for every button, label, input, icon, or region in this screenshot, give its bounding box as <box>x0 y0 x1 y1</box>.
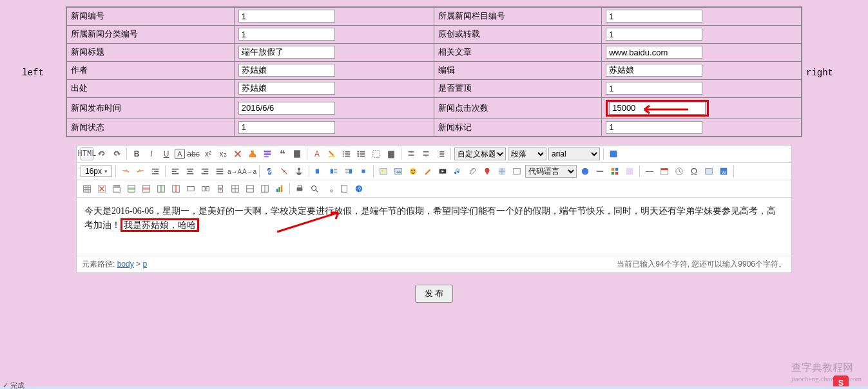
music-button[interactable] <box>451 165 464 178</box>
path-body-link[interactable]: body <box>117 260 134 269</box>
input-category-id[interactable] <box>238 28 335 41</box>
splittorows-button[interactable] <box>244 182 256 195</box>
input-source[interactable] <box>238 82 335 95</box>
imagecenter-button[interactable] <box>357 165 370 178</box>
input-column-id[interactable] <box>606 10 702 23</box>
backcolor-button[interactable] <box>325 147 338 160</box>
superscript-button[interactable]: x² <box>202 147 215 160</box>
justifycenter-button[interactable] <box>184 165 197 178</box>
inserttable-button[interactable] <box>81 182 93 195</box>
background-button[interactable] <box>623 165 636 178</box>
input-title[interactable] <box>238 46 335 59</box>
unlink-button[interactable] <box>278 165 291 178</box>
input-publish-time[interactable] <box>238 102 335 115</box>
date-button[interactable] <box>658 165 671 178</box>
path-p-link[interactable]: p <box>142 260 147 269</box>
formatmatch-button[interactable] <box>246 147 259 160</box>
simpleupload-button[interactable] <box>377 165 390 178</box>
preview-button[interactable] <box>308 182 321 195</box>
webapp-button[interactable] <box>579 165 592 178</box>
customstyle-select[interactable]: 自定义标题 <box>454 147 506 160</box>
html-source-button[interactable]: HTML <box>81 147 93 160</box>
input-related[interactable] <box>606 46 702 59</box>
searchreplace-button[interactable] <box>323 182 336 195</box>
insertcode-select[interactable]: 代码语言 <box>525 165 577 178</box>
splittocells-button[interactable] <box>229 182 242 195</box>
input-editor[interactable] <box>606 64 702 77</box>
editor-content[interactable]: 今天是2016-06-06，星期一，是美好的一天啊，学校决定要进行放假，是端午节… <box>77 198 791 256</box>
blockquote-button[interactable]: ❝ <box>276 147 289 160</box>
input-author[interactable] <box>238 64 335 77</box>
selectall-button[interactable] <box>370 147 383 160</box>
forecolor-button[interactable]: A <box>311 147 323 160</box>
emotion-button[interactable] <box>407 165 420 178</box>
deletecol-button[interactable] <box>169 182 182 195</box>
insertvideo-button[interactable] <box>436 165 449 178</box>
time-button[interactable] <box>673 165 686 178</box>
fontsize-select[interactable]: 16px <box>81 166 112 177</box>
template-button[interactable] <box>608 165 621 178</box>
input-flag[interactable] <box>606 121 702 134</box>
publish-button[interactable]: 发 布 <box>415 285 454 303</box>
underline-button[interactable]: U <box>160 147 173 160</box>
fontborder-button[interactable]: A <box>175 149 185 159</box>
directionalityrtl-button[interactable] <box>134 165 147 178</box>
removeformat-button[interactable] <box>231 147 244 160</box>
paragraph-select[interactable]: 段落 <box>508 147 546 160</box>
imageleft-button[interactable] <box>327 165 340 178</box>
rowspacingbottom-button[interactable] <box>420 147 432 160</box>
subscript-button[interactable]: x₂ <box>217 147 229 160</box>
italic-button[interactable]: I <box>145 147 158 160</box>
touppercase-button[interactable]: a→A <box>228 165 241 178</box>
map-button[interactable] <box>481 165 494 178</box>
print-button[interactable] <box>293 182 306 195</box>
justifyright-button[interactable] <box>198 165 211 178</box>
imageright-button[interactable] <box>342 165 355 178</box>
bold-button[interactable]: B <box>130 147 143 160</box>
scrawl-button[interactable] <box>421 165 434 178</box>
tolowercase-button[interactable]: A→a <box>243 165 256 178</box>
horizontal-button[interactable]: — <box>643 165 656 178</box>
charts-button[interactable] <box>273 182 286 195</box>
lineheight-button[interactable] <box>434 147 447 160</box>
insertrow-button[interactable] <box>125 182 138 195</box>
insertorderedlist-button[interactable] <box>340 147 353 160</box>
snapscreen-button[interactable] <box>702 165 715 178</box>
mergedown-button[interactable] <box>214 182 227 195</box>
imagenone-button[interactable] <box>313 165 325 178</box>
undo-button[interactable] <box>95 147 108 160</box>
cleardoc-button[interactable] <box>385 147 398 160</box>
redo-button[interactable] <box>110 147 123 160</box>
input-sticky[interactable] <box>606 82 702 95</box>
splittocols-button[interactable] <box>258 182 271 195</box>
wordimage-button[interactable]: W <box>717 165 730 178</box>
indent-button[interactable] <box>149 165 162 178</box>
input-hits[interactable] <box>609 102 706 115</box>
autotypeset-button[interactable] <box>261 147 274 160</box>
insertframe-button[interactable] <box>510 165 523 178</box>
pagebreak-button[interactable] <box>593 165 606 178</box>
link-button[interactable] <box>263 165 276 178</box>
mergeright-button[interactable] <box>199 182 212 195</box>
deletetable-button[interactable] <box>95 182 108 195</box>
justifyjustify-button[interactable] <box>213 165 226 178</box>
strikethrough-button[interactable]: abc <box>187 147 200 160</box>
pasteplain-button[interactable] <box>291 147 304 160</box>
spechars-button[interactable]: Ω <box>688 165 700 178</box>
drafts-button[interactable] <box>338 182 351 195</box>
insertparagraphbeforetable-button[interactable] <box>110 182 123 195</box>
insertunorderedlist-button[interactable] <box>355 147 368 160</box>
help-button[interactable]: ? <box>352 182 365 195</box>
fullscreen-button[interactable] <box>607 147 620 160</box>
attachment-button[interactable] <box>466 165 479 178</box>
deleterow-button[interactable] <box>140 182 153 195</box>
directionalityltr-button[interactable] <box>119 165 132 178</box>
insertcol-button[interactable] <box>155 182 168 195</box>
input-news-id[interactable] <box>238 10 335 23</box>
mergecells-button[interactable] <box>184 182 197 195</box>
input-status[interactable] <box>238 121 335 134</box>
gmap-button[interactable] <box>496 165 508 178</box>
justifyleft-button[interactable] <box>169 165 182 178</box>
input-origin[interactable] <box>606 28 702 41</box>
insertimage-button[interactable] <box>392 165 405 178</box>
